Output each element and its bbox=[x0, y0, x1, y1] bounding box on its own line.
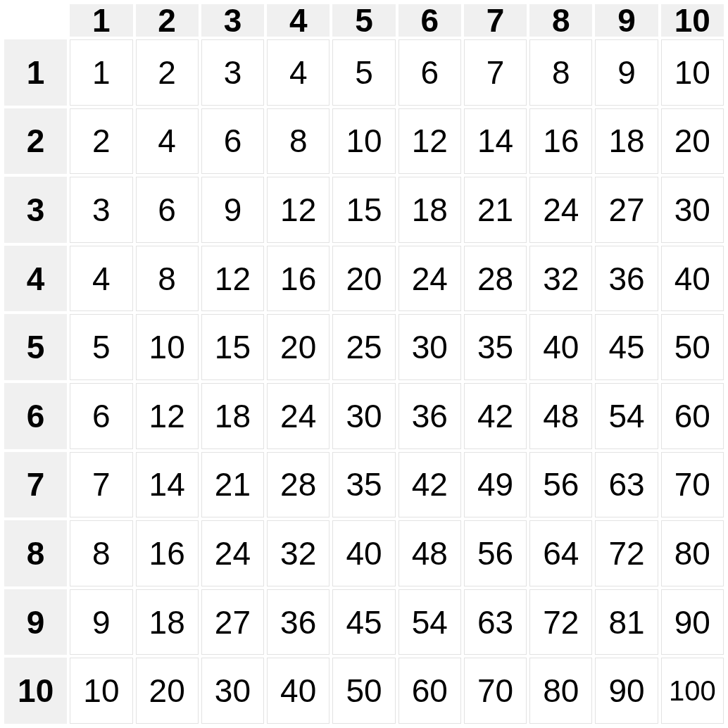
cell: 16 bbox=[267, 246, 330, 312]
cell: 12 bbox=[136, 383, 199, 449]
cell: 90 bbox=[595, 658, 658, 724]
cell: 50 bbox=[332, 658, 395, 724]
table-row: 1 1 2 3 4 5 6 7 8 9 10 bbox=[4, 39, 724, 106]
cell: 45 bbox=[332, 589, 395, 655]
cell: 20 bbox=[267, 314, 330, 380]
row-header: 8 bbox=[4, 520, 67, 586]
cell: 20 bbox=[661, 108, 724, 175]
cell: 21 bbox=[464, 177, 527, 243]
table-row: 7 7 14 21 28 35 42 49 56 63 70 bbox=[4, 452, 724, 518]
cell: 3 bbox=[201, 39, 264, 106]
cell: 6 bbox=[70, 383, 132, 449]
cell: 81 bbox=[595, 589, 658, 655]
cell: 20 bbox=[332, 246, 395, 312]
table-row: 5 5 10 15 20 25 30 35 40 45 50 bbox=[4, 314, 724, 380]
corner-cell bbox=[4, 4, 67, 37]
cell: 10 bbox=[661, 39, 724, 106]
cell: 9 bbox=[595, 39, 658, 106]
cell: 80 bbox=[661, 520, 724, 586]
cell: 6 bbox=[201, 108, 264, 175]
cell: 63 bbox=[464, 589, 527, 655]
row-header: 1 bbox=[4, 39, 67, 106]
cell: 4 bbox=[136, 108, 199, 175]
cell: 5 bbox=[332, 39, 395, 106]
cell: 10 bbox=[70, 658, 132, 724]
cell: 4 bbox=[70, 246, 132, 312]
row-header: 4 bbox=[4, 246, 67, 312]
cell: 15 bbox=[332, 177, 395, 243]
cell: 12 bbox=[267, 177, 330, 243]
cell: 49 bbox=[464, 452, 527, 518]
cell: 30 bbox=[398, 314, 461, 380]
cell: 40 bbox=[267, 658, 330, 724]
row-header: 2 bbox=[4, 108, 67, 175]
cell: 70 bbox=[464, 658, 527, 724]
cell: 27 bbox=[595, 177, 658, 243]
cell: 3 bbox=[70, 177, 132, 243]
cell: 18 bbox=[595, 108, 658, 175]
cell: 40 bbox=[661, 246, 724, 312]
cell: 9 bbox=[70, 589, 132, 655]
cell: 36 bbox=[267, 589, 330, 655]
cell: 12 bbox=[201, 246, 264, 312]
cell: 54 bbox=[595, 383, 658, 449]
cell: 60 bbox=[398, 658, 461, 724]
col-header: 4 bbox=[267, 4, 330, 37]
cell: 12 bbox=[398, 108, 461, 175]
table-row: 10 10 20 30 40 50 60 70 80 90 100 bbox=[4, 658, 724, 724]
cell: 90 bbox=[661, 589, 724, 655]
cell: 18 bbox=[201, 383, 264, 449]
col-header: 5 bbox=[332, 4, 395, 37]
cell: 24 bbox=[529, 177, 592, 243]
cell: 36 bbox=[595, 246, 658, 312]
cell: 30 bbox=[332, 383, 395, 449]
cell: 60 bbox=[661, 383, 724, 449]
cell: 28 bbox=[267, 452, 330, 518]
cell: 72 bbox=[595, 520, 658, 586]
col-header: 3 bbox=[201, 4, 264, 37]
cell: 4 bbox=[267, 39, 330, 106]
cell: 64 bbox=[529, 520, 592, 586]
cell: 16 bbox=[529, 108, 592, 175]
cell: 24 bbox=[201, 520, 264, 586]
cell: 14 bbox=[136, 452, 199, 518]
cell: 36 bbox=[398, 383, 461, 449]
row-header: 6 bbox=[4, 383, 67, 449]
cell: 6 bbox=[136, 177, 199, 243]
cell: 56 bbox=[464, 520, 527, 586]
cell: 50 bbox=[661, 314, 724, 380]
cell: 7 bbox=[70, 452, 132, 518]
col-header: 9 bbox=[595, 4, 658, 37]
cell: 21 bbox=[201, 452, 264, 518]
cell: 48 bbox=[398, 520, 461, 586]
cell: 6 bbox=[398, 39, 461, 106]
cell: 54 bbox=[398, 589, 461, 655]
cell: 10 bbox=[136, 314, 199, 380]
cell: 40 bbox=[332, 520, 395, 586]
cell: 9 bbox=[201, 177, 264, 243]
cell: 70 bbox=[661, 452, 724, 518]
cell: 8 bbox=[529, 39, 592, 106]
cell: 30 bbox=[661, 177, 724, 243]
cell: 24 bbox=[398, 246, 461, 312]
row-header: 9 bbox=[4, 589, 67, 655]
table-row: 4 4 8 12 16 20 24 28 32 36 40 bbox=[4, 246, 724, 312]
cell: 63 bbox=[595, 452, 658, 518]
col-header: 10 bbox=[661, 4, 724, 37]
col-header: 6 bbox=[398, 4, 461, 37]
cell: 18 bbox=[398, 177, 461, 243]
table-row: 3 3 6 9 12 15 18 21 24 27 30 bbox=[4, 177, 724, 243]
cell: 100 bbox=[661, 658, 724, 724]
cell: 32 bbox=[529, 246, 592, 312]
cell: 2 bbox=[70, 108, 132, 175]
cell: 25 bbox=[332, 314, 395, 380]
cell: 16 bbox=[136, 520, 199, 586]
table-row: 6 6 12 18 24 30 36 42 48 54 60 bbox=[4, 383, 724, 449]
cell: 20 bbox=[136, 658, 199, 724]
col-header: 8 bbox=[529, 4, 592, 37]
cell: 56 bbox=[529, 452, 592, 518]
cell: 5 bbox=[70, 314, 132, 380]
cell: 18 bbox=[136, 589, 199, 655]
cell: 28 bbox=[464, 246, 527, 312]
cell: 35 bbox=[332, 452, 395, 518]
